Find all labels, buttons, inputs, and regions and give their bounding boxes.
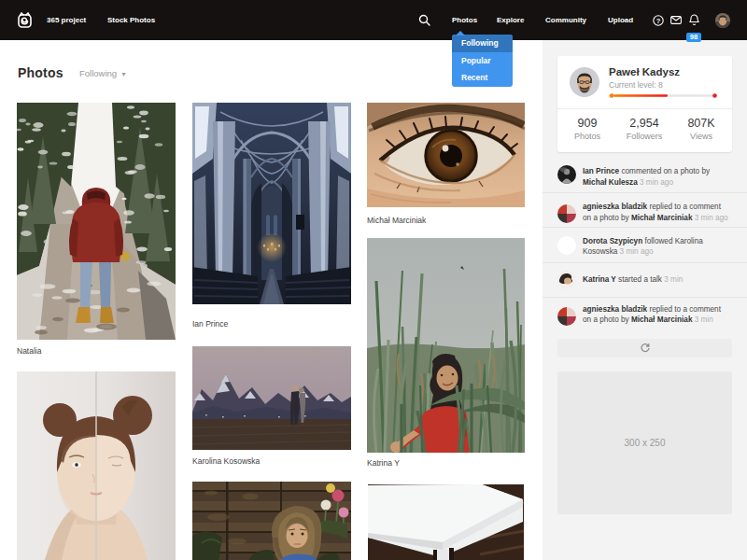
svg-text:?: ? <box>656 17 661 25</box>
